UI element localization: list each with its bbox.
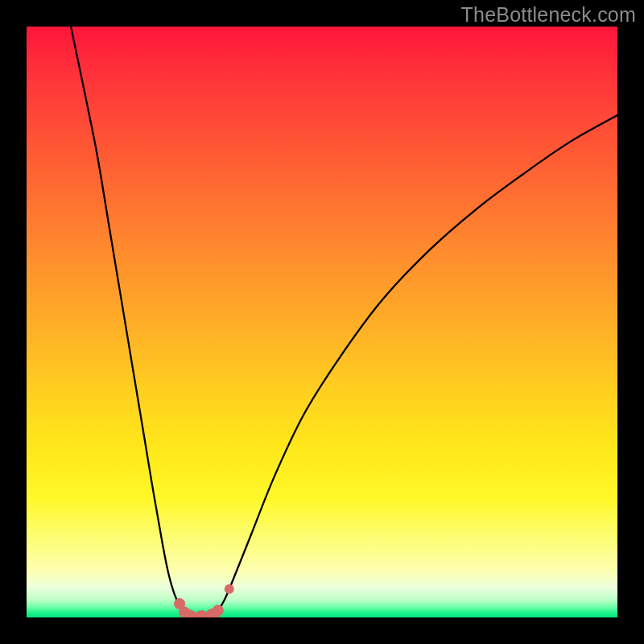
- plot-area: [27, 27, 617, 617]
- trough-marker: [225, 584, 234, 594]
- watermark-text: TheBottleneck.com: [461, 3, 636, 27]
- bottleneck-curve: [71, 27, 617, 617]
- bottleneck-curve-layer: [27, 27, 617, 617]
- trough-marker: [213, 605, 224, 616]
- chart-frame: TheBottleneck.com: [0, 0, 644, 644]
